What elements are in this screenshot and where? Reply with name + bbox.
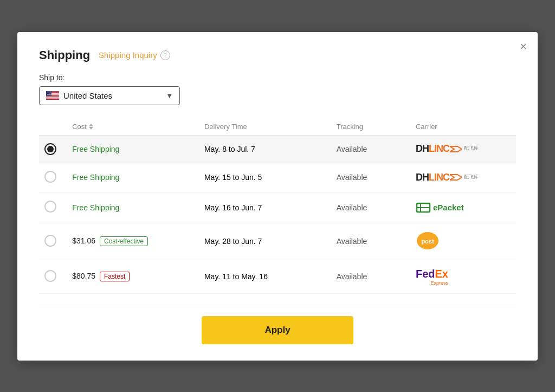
cost-label: $31.06 — [72, 236, 95, 245]
delivery-cell: May. 28 to Jun. 7 — [199, 223, 331, 260]
table-row[interactable]: Free ShippingMay. 16 to Jun. 7Available … — [39, 192, 516, 223]
shipping-modal: Shipping Shipping Inquiry ? × Ship to: — [17, 32, 538, 361]
ship-to-label: Ship to: — [39, 73, 516, 82]
table-row[interactable]: $31.06Cost-effectiveMay. 28 to Jun. 7Ava… — [39, 223, 516, 260]
svg-marker-32 — [450, 146, 462, 152]
delivery-cell: May. 15 to Jun. 5 — [199, 163, 331, 192]
radio-button[interactable] — [44, 171, 56, 183]
cost-cell: $80.75Fastest — [67, 260, 199, 293]
svg-rect-12 — [46, 99, 59, 100]
cost-label: $80.75 — [72, 272, 95, 280]
radio-cell — [39, 135, 67, 163]
carrier-cell: DHLINC 配飞库 — [410, 135, 516, 163]
modal-title: Shipping — [39, 48, 90, 62]
radio-button[interactable] — [44, 201, 56, 213]
carrier-cell: post — [410, 223, 516, 260]
svg-rect-9 — [46, 97, 59, 98]
shipping-inquiry-label: Shipping Inquiry — [99, 50, 157, 60]
svg-rect-8 — [46, 97, 59, 97]
svg-marker-33 — [450, 175, 462, 180]
col-header-delivery: Delivery Time — [199, 118, 331, 136]
close-button[interactable]: × — [520, 41, 527, 53]
overlay: Shipping Shipping Inquiry ? × Ship to: — [0, 0, 555, 392]
country-name: United States — [63, 91, 162, 100]
table-row[interactable]: Free ShippingMay. 8 to Jul. 7Available D… — [39, 135, 516, 163]
chevron-down-icon: ▼ — [166, 92, 173, 100]
tracking-cell: Available — [331, 192, 410, 223]
delivery-cell: May. 8 to Jul. 7 — [199, 135, 331, 163]
col-header-radio — [39, 118, 67, 136]
radio-button[interactable] — [44, 270, 56, 282]
cost-cell: Free Shipping — [67, 135, 199, 163]
modal-header: Shipping Shipping Inquiry ? — [39, 48, 516, 62]
post-carrier-logo: post — [416, 231, 511, 252]
col-header-carrier: Carrier — [410, 118, 516, 136]
svg-rect-11 — [46, 99, 59, 99]
radio-cell — [39, 163, 67, 192]
cost-label: Free Shipping — [72, 145, 119, 153]
cost-label: Free Shipping — [72, 173, 119, 182]
us-flag-icon: ★★★★★ ★★★★ ★★★★★ ★★★★ — [46, 91, 59, 100]
svg-rect-7 — [46, 96, 59, 97]
dhlink-arrow-icon — [450, 172, 462, 182]
table-row[interactable]: Free ShippingMay. 15 to Jun. 5Available … — [39, 163, 516, 192]
divider — [39, 305, 516, 305]
post-icon: post — [416, 231, 440, 250]
epacket-icon — [416, 200, 431, 215]
table-header-row: Cost Delivery Time Tracking Carrier — [39, 118, 516, 136]
tracking-cell: Available — [331, 135, 410, 163]
dhlink-carrier-logo: DHLINC 配飞库 — [416, 143, 511, 155]
cost-cell: Free Shipping — [67, 192, 199, 223]
tracking-cell: Available — [331, 223, 410, 260]
cost-cell: $31.06Cost-effective — [67, 223, 199, 260]
radio-inner — [47, 146, 54, 152]
help-icon[interactable]: ? — [160, 50, 170, 60]
tracking-cell: Available — [331, 260, 410, 293]
dhlink-arrow-icon — [450, 144, 462, 154]
radio-button[interactable] — [44, 235, 56, 247]
radio-button[interactable] — [44, 143, 56, 155]
col-header-tracking: Tracking — [331, 118, 410, 136]
tracking-cell: Available — [331, 163, 410, 192]
svg-rect-10 — [46, 98, 59, 98]
radio-cell — [39, 260, 67, 293]
table-row[interactable]: $80.75FastestMay. 11 to May. 16Available… — [39, 260, 516, 293]
apply-button[interactable]: Apply — [202, 316, 353, 344]
radio-cell — [39, 223, 67, 260]
delivery-cell: May. 16 to Jun. 7 — [199, 192, 331, 223]
carrier-cell: ePacket — [410, 192, 516, 223]
cost-cell: Free Shipping — [67, 163, 199, 192]
sort-icon[interactable] — [89, 124, 93, 130]
dhlink-carrier-logo: DHLINC 配飞库 — [416, 172, 511, 183]
shipping-inquiry-link[interactable]: Shipping Inquiry ? — [99, 50, 170, 60]
country-select[interactable]: ★★★★★ ★★★★ ★★★★★ ★★★★ United States ▼ — [39, 86, 180, 105]
delivery-cell: May. 11 to May. 16 — [199, 260, 331, 293]
fedex-carrier-logo: FedEx Express — [416, 268, 511, 286]
shipping-table: Cost Delivery Time Tracking Carrier Free… — [39, 118, 516, 294]
epacket-carrier-logo: ePacket — [416, 200, 511, 215]
shipping-badge: Cost-effective — [100, 236, 148, 246]
carrier-cell: DHLINC 配飞库 — [410, 163, 516, 192]
cost-label: Free Shipping — [72, 203, 119, 212]
carrier-cell: FedEx Express — [410, 260, 516, 293]
svg-text:post: post — [421, 238, 434, 245]
radio-cell — [39, 192, 67, 223]
col-header-cost: Cost — [67, 118, 199, 136]
shipping-badge: Fastest — [100, 272, 130, 281]
